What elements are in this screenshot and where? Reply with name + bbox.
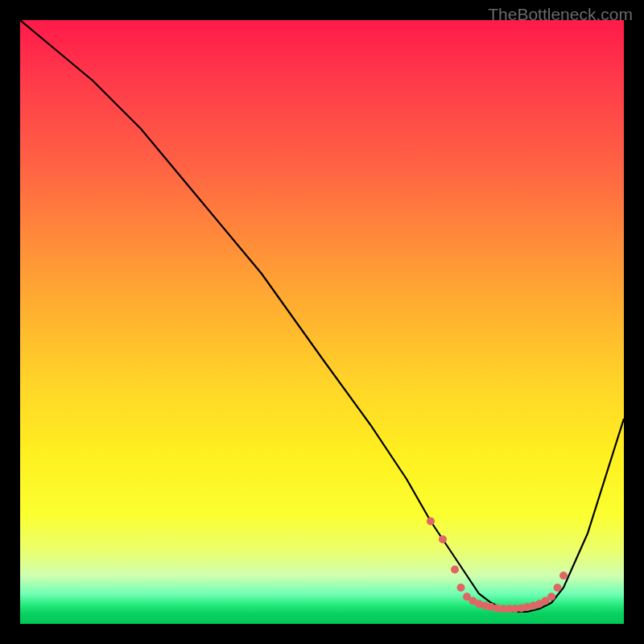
optimal-marker-dot — [451, 566, 459, 574]
optimal-marker-dot — [457, 584, 465, 592]
optimal-marker-dot — [559, 572, 568, 580]
optimal-marker-dot — [439, 535, 447, 543]
optimal-marker-dot — [554, 584, 562, 592]
optimal-marker-dot — [547, 592, 555, 601]
optimal-marker-dot — [427, 518, 435, 526]
chart-svg — [20, 20, 624, 624]
bottleneck-curve-line — [20, 20, 624, 612]
optimal-range-markers — [427, 518, 568, 613]
chart-plot-area — [20, 20, 624, 624]
watermark-text: TheBottleneck.com — [488, 5, 633, 24]
